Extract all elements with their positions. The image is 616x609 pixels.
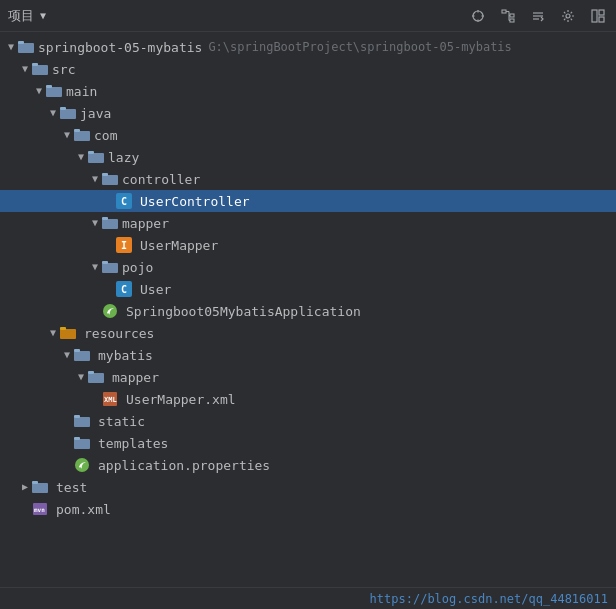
mapper-arrow-icon: ▼: [88, 216, 102, 230]
root-label: springboot-05-mybatis: [38, 40, 202, 55]
tree-item-pomxml[interactable]: mvn pom.xml: [0, 498, 616, 520]
tree-item-usercontroller[interactable]: C UserController: [0, 190, 616, 212]
lazy-label: lazy: [108, 150, 139, 165]
tree-item-resources[interactable]: ▼ resources: [0, 322, 616, 344]
svg-rect-43: [88, 373, 104, 383]
usermapper-xml-label: UserMapper.xml: [126, 392, 236, 407]
file-tree: ▼ springboot-05-mybatis G:\springBootPro…: [0, 32, 616, 587]
xml-icon: XML: [102, 391, 118, 407]
svg-rect-16: [592, 10, 597, 22]
tree-item-usermapper[interactable]: I UserMapper: [0, 234, 616, 256]
java-label: java: [80, 106, 111, 121]
springapp-label: Springboot05MybatisApplication: [126, 304, 361, 319]
svg-rect-53: [32, 481, 38, 484]
settings-icon[interactable]: [558, 6, 578, 26]
templates-label: templates: [98, 436, 168, 451]
svg-rect-36: [102, 263, 118, 273]
controller-arrow-icon: ▼: [88, 172, 102, 186]
tree-item-res-mapper[interactable]: ▼ mapper: [0, 366, 616, 388]
dropdown-arrow-icon[interactable]: ▼: [40, 10, 46, 21]
locate-icon[interactable]: [468, 6, 488, 26]
src-label: src: [52, 62, 75, 77]
pojo-folder-icon: [102, 259, 118, 275]
svg-rect-49: [74, 439, 90, 449]
root-arrow-icon: ▼: [4, 40, 18, 54]
tree-item-user[interactable]: C User: [0, 278, 616, 300]
svg-rect-27: [60, 107, 66, 110]
svg-rect-40: [60, 327, 66, 330]
controller-folder-icon: [102, 171, 118, 187]
tree-item-mybatis[interactable]: ▼ mybatis: [0, 344, 616, 366]
main-arrow-icon: ▼: [32, 84, 46, 98]
com-label: com: [94, 128, 117, 143]
tree-item-templates[interactable]: templates: [0, 432, 616, 454]
pojo-arrow-icon: ▼: [88, 260, 102, 274]
svg-rect-18: [599, 17, 604, 22]
tree-item-static[interactable]: static: [0, 410, 616, 432]
pomxml-label: pom.xml: [56, 502, 111, 517]
tree-item-com[interactable]: ▼ com: [0, 124, 616, 146]
root-folder-icon: [18, 39, 34, 55]
svg-rect-34: [102, 219, 118, 229]
tree-item-pojo[interactable]: ▼ pojo: [0, 256, 616, 278]
maven-icon: mvn: [32, 501, 48, 517]
res-mapper-arrow-icon: ▼: [74, 370, 88, 384]
svg-rect-39: [60, 329, 76, 339]
svg-rect-41: [74, 351, 90, 361]
user-class-c-icon: C: [116, 281, 132, 297]
svg-text:XML: XML: [104, 396, 117, 404]
properties-icon: [74, 457, 90, 473]
top-bar: 项目 ▼: [0, 0, 616, 32]
svg-text:mvn: mvn: [34, 506, 45, 513]
resources-arrow-icon: ▼: [46, 326, 60, 340]
main-folder-icon: [46, 83, 62, 99]
tree-item-springapp[interactable]: Springboot05MybatisApplication: [0, 300, 616, 322]
svg-rect-44: [88, 371, 94, 374]
svg-rect-52: [32, 483, 48, 493]
tree-item-main[interactable]: ▼ main: [0, 80, 616, 102]
tree-item-controller[interactable]: ▼ controller: [0, 168, 616, 190]
collapse-icon[interactable]: [528, 6, 548, 26]
top-bar-left: 项目 ▼: [8, 7, 46, 25]
svg-rect-28: [74, 131, 90, 141]
mapper-label: mapper: [122, 216, 169, 231]
svg-rect-31: [88, 151, 94, 154]
svg-rect-50: [74, 437, 80, 440]
svg-rect-25: [46, 85, 52, 88]
tree-item-test[interactable]: ▶ test: [0, 476, 616, 498]
tree-item-usermapper-xml[interactable]: XML UserMapper.xml: [0, 388, 616, 410]
project-label: 项目: [8, 7, 34, 25]
spring-icon: [102, 303, 118, 319]
usercontroller-label: UserController: [140, 194, 250, 209]
src-folder-icon: [32, 61, 48, 77]
svg-rect-5: [502, 10, 506, 13]
svg-rect-17: [599, 10, 604, 15]
tree-item-lazy[interactable]: ▼ lazy: [0, 146, 616, 168]
bottom-link[interactable]: https://blog.csdn.net/qq_44816011: [370, 592, 608, 606]
tree-item-src[interactable]: ▼ src: [0, 58, 616, 80]
layout-icon[interactable]: [588, 6, 608, 26]
java-folder-icon: [60, 105, 76, 121]
src-arrow-icon: ▼: [18, 62, 32, 76]
tree-item-mapper[interactable]: ▼ mapper: [0, 212, 616, 234]
lazy-arrow-icon: ▼: [74, 150, 88, 164]
top-bar-icons: [468, 6, 608, 26]
templates-arrow-icon: [60, 436, 74, 450]
svg-rect-33: [102, 173, 108, 176]
main-label: main: [66, 84, 97, 99]
svg-rect-32: [102, 175, 118, 185]
pomxml-arrow-icon: [18, 502, 32, 516]
tree-item-java[interactable]: ▼ java: [0, 102, 616, 124]
test-arrow-icon: ▶: [18, 480, 32, 494]
mybatis-folder-icon: [74, 347, 90, 363]
usermapper-xml-arrow-icon: [88, 392, 102, 406]
tree-item-appprops[interactable]: application.properties: [0, 454, 616, 476]
appprops-arrow-icon: [60, 458, 74, 472]
appprops-label: application.properties: [98, 458, 270, 473]
svg-rect-24: [46, 87, 62, 97]
svg-rect-35: [102, 217, 108, 220]
svg-rect-23: [32, 63, 38, 66]
hierarchy-icon[interactable]: [498, 6, 518, 26]
tree-root[interactable]: ▼ springboot-05-mybatis G:\springBootPro…: [0, 36, 616, 58]
resources-folder-icon: [60, 326, 76, 340]
